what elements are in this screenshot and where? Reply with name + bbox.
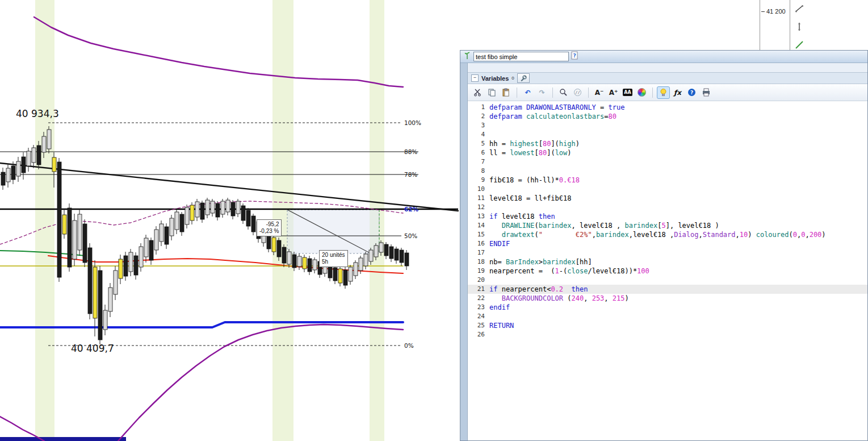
- code-line[interactable]: 8: [468, 167, 867, 176]
- code-line[interactable]: 26: [468, 330, 867, 339]
- candle-body: [88, 248, 92, 314]
- code-line[interactable]: 10: [468, 185, 867, 194]
- help-icon[interactable]: ?: [685, 86, 698, 99]
- candle-body: [114, 271, 118, 294]
- code-line[interactable]: 19nearpercent = (1-(close/level€18))*100: [468, 267, 867, 276]
- code-line[interactable]: 18nb= BarIndex>barindex[hh]: [468, 257, 867, 267]
- code-line[interactable]: 11level€18 = ll+fib€18: [468, 194, 867, 203]
- syntax-colors-icon[interactable]: AA: [621, 86, 634, 99]
- copy-icon[interactable]: [485, 86, 498, 99]
- paste-icon[interactable]: [500, 86, 513, 99]
- candle-body: [400, 250, 404, 263]
- undo-icon[interactable]: ↶: [521, 86, 534, 99]
- line-number: 2: [468, 112, 489, 121]
- code-line[interactable]: 25RETURN: [468, 321, 867, 330]
- page-help-icon[interactable]: ?: [571, 51, 578, 62]
- candle-body: [354, 263, 358, 276]
- upper-bollinger-purple: [34, 17, 403, 87]
- candle-body: [349, 267, 353, 281]
- candle-body: [190, 205, 194, 220]
- code-line[interactable]: 23endif: [468, 303, 867, 312]
- code-line[interactable]: 14 DRAWLINE(barindex, level€18 , barinde…: [468, 221, 867, 230]
- fib-level-label: 88%: [404, 148, 417, 155]
- fib-level-label: 100%: [404, 119, 421, 126]
- color-wheel-icon[interactable]: [635, 86, 648, 99]
- candle-body: [343, 270, 347, 285]
- code-line[interactable]: 5hh = highest[80](high): [468, 139, 867, 148]
- candle-body: [16, 161, 20, 176]
- candle-body: [338, 269, 342, 283]
- toolbar-separator: [652, 88, 653, 98]
- variables-section-label: Variables: [481, 75, 509, 82]
- line-number: 5: [468, 139, 489, 148]
- code-line[interactable]: 4: [468, 130, 867, 139]
- code-line[interactable]: 15 drawtext(" €2%",barindex,level€18 ,Di…: [468, 230, 867, 239]
- measure-region[interactable]: [287, 210, 379, 253]
- code-line[interactable]: 1defparam DRAWONLASTBARONLY = true: [468, 103, 867, 112]
- candle-body: [231, 202, 235, 216]
- line-number: 13: [468, 212, 489, 221]
- tick-mark: [761, 11, 765, 12]
- code-line[interactable]: 16ENDIF: [468, 239, 867, 248]
- code-line[interactable]: 22 BACKGROUNDCOLOR (240, 253, 215): [468, 294, 867, 303]
- font-smaller-icon[interactable]: A⁻: [593, 86, 606, 99]
- fib-level-label: 50%: [404, 232, 417, 239]
- candle-body: [160, 224, 163, 242]
- candle-body: [262, 229, 266, 243]
- comment-icon[interactable]: //: [571, 86, 584, 99]
- line-number: 26: [468, 330, 489, 339]
- line-number: 9: [468, 176, 489, 185]
- candle-body: [32, 148, 36, 163]
- candle-body: [236, 201, 240, 214]
- code-line[interactable]: 3: [468, 121, 867, 130]
- toolbar-separator: [588, 88, 589, 98]
- code-line[interactable]: 2defparam calculateonlastbars=80: [468, 112, 867, 121]
- candle-body: [216, 203, 220, 217]
- wrench-icon[interactable]: [517, 73, 530, 83]
- line-number: 19: [468, 267, 489, 276]
- code-line[interactable]: 9fib€18 = (hh-ll)*0.€18: [468, 176, 867, 185]
- line-number: 6: [468, 148, 489, 157]
- candle-body: [185, 207, 189, 224]
- code-text: nearpercent = (1-(close/level€18))*100: [489, 267, 649, 276]
- code-line[interactable]: 6ll = lowest[80](low): [468, 148, 867, 157]
- code-text: drawtext(" €2%",barindex,level€18 ,Dialo…: [489, 230, 826, 239]
- price-axis: 41 200: [760, 0, 790, 50]
- zoom-icon[interactable]: [557, 86, 570, 99]
- candle-body: [62, 215, 66, 234]
- code-line[interactable]: 12: [468, 203, 867, 212]
- candle-body: [251, 216, 255, 232]
- toolbar-separator: [552, 88, 553, 98]
- fib-level-label: 78%: [404, 171, 417, 178]
- code-line[interactable]: 24: [468, 312, 867, 321]
- code-line[interactable]: 17: [468, 248, 867, 257]
- fx-icon[interactable]: ƒx: [671, 86, 684, 99]
- candle-body: [6, 168, 10, 182]
- hint-bulb-icon[interactable]: [657, 86, 670, 99]
- candle-body: [73, 220, 77, 259]
- redo-icon[interactable]: ↷: [535, 86, 548, 99]
- candle-body: [313, 260, 317, 270]
- cut-icon[interactable]: [471, 86, 484, 99]
- script-name-input[interactable]: [473, 52, 569, 61]
- trend-line-tool-icon[interactable]: [792, 1, 807, 16]
- candle-body: [297, 256, 301, 267]
- candle-body: [103, 310, 107, 330]
- code-text: defparam calculateonlastbars=80: [489, 112, 617, 121]
- code-line[interactable]: 13if level€18 then: [468, 212, 867, 221]
- candle-body: [246, 210, 250, 226]
- code-line[interactable]: 20: [468, 276, 867, 285]
- code-line[interactable]: 21if nearpercent<0.2 then: [468, 285, 867, 294]
- collapse-icon[interactable]: −: [471, 74, 479, 82]
- panel-splitter[interactable]: [460, 63, 468, 440]
- axis-price-label: 41 200: [766, 8, 786, 15]
- print-icon[interactable]: [699, 86, 712, 99]
- code-area[interactable]: 1defparam DRAWONLASTBARONLY = true2defpa…: [468, 101, 867, 440]
- candle-body: [267, 233, 271, 249]
- candle-body: [328, 264, 332, 278]
- candle-body: [379, 243, 383, 252]
- code-line[interactable]: 7: [468, 157, 867, 167]
- segment-tool-icon[interactable]: [792, 19, 807, 34]
- variables-count: 0: [511, 76, 514, 81]
- font-larger-icon[interactable]: A⁺: [607, 86, 620, 99]
